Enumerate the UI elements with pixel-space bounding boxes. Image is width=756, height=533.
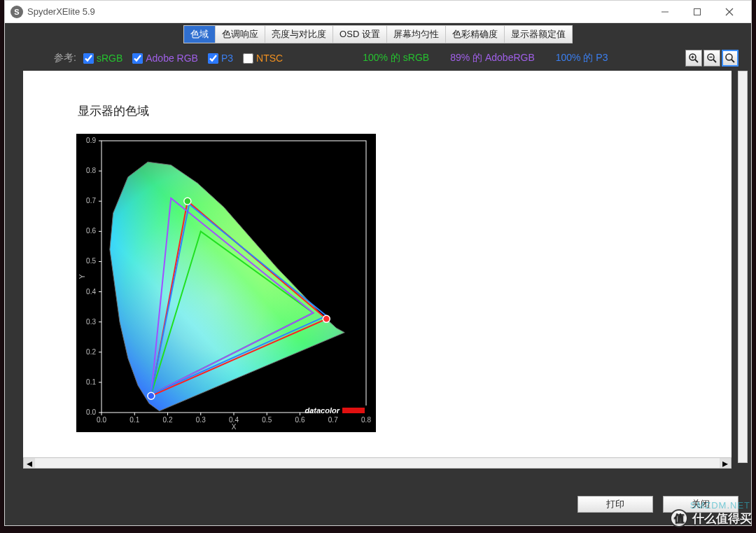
tab-label: 色调响应 bbox=[222, 29, 258, 39]
tab-label: 色彩精确度 bbox=[452, 29, 498, 39]
checkbox-adobergb-label: Adobe RGB bbox=[146, 53, 198, 64]
checkbox-ntsc[interactable]: NTSC bbox=[243, 53, 283, 64]
svg-text:0.7: 0.7 bbox=[86, 197, 96, 205]
tab-label: 屏幕均匀性 bbox=[393, 29, 439, 39]
checkbox-ntsc-input[interactable] bbox=[243, 53, 253, 64]
svg-point-54 bbox=[323, 315, 330, 322]
maximize-button[interactable] bbox=[681, 1, 713, 22]
svg-text:0.5: 0.5 bbox=[262, 416, 272, 424]
viewer-title: 显示器的色域 bbox=[78, 103, 149, 119]
svg-text:0.8: 0.8 bbox=[86, 167, 96, 174]
footer: 打印 关闭 bbox=[5, 483, 751, 525]
watermark: 值 什么值得买 bbox=[670, 509, 752, 527]
zoom-out-button[interactable] bbox=[704, 50, 720, 67]
app-window: S SpyderXElite 5.9 色域 色调响应 亮度与对比度 OSD 设置… bbox=[4, 0, 752, 526]
svg-line-5 bbox=[695, 60, 698, 62]
print-button[interactable]: 打印 bbox=[578, 496, 653, 513]
checkbox-p3-input[interactable] bbox=[208, 53, 218, 64]
svg-text:0.1: 0.1 bbox=[130, 416, 139, 424]
viewer-panel: 显示器的色域 0.00.10.20.30.40.50.60.70.80.00.1… bbox=[23, 71, 732, 463]
tab-row: 色域 色调响应 亮度与对比度 OSD 设置 屏幕均匀性 色彩精确度 显示器额定值 bbox=[5, 23, 751, 43]
checkbox-srgb[interactable]: sRGB bbox=[83, 53, 122, 64]
svg-text:datacolor: datacolor bbox=[304, 406, 340, 415]
svg-text:0.8: 0.8 bbox=[361, 416, 371, 424]
tab-label: 色域 bbox=[190, 29, 209, 39]
zoom-in-button[interactable] bbox=[685, 50, 702, 67]
svg-point-55 bbox=[184, 198, 191, 205]
svg-point-56 bbox=[148, 392, 155, 399]
tab-label: 亮度与对比度 bbox=[272, 29, 326, 39]
svg-text:0.5: 0.5 bbox=[86, 257, 96, 265]
svg-point-11 bbox=[726, 54, 732, 60]
svg-rect-1 bbox=[694, 8, 701, 15]
svg-text:0.2: 0.2 bbox=[86, 348, 96, 356]
checkbox-srgb-label: sRGB bbox=[97, 53, 122, 64]
checkbox-srgb-input[interactable] bbox=[83, 53, 94, 64]
checkbox-ntsc-label: NTSC bbox=[256, 53, 283, 64]
close-button[interactable] bbox=[713, 1, 746, 22]
svg-text:0.6: 0.6 bbox=[86, 227, 96, 235]
tab-uniformity[interactable]: 屏幕均匀性 bbox=[387, 26, 446, 43]
checkbox-adobergb-input[interactable] bbox=[132, 53, 143, 64]
tab-accuracy[interactable]: 色彩精确度 bbox=[446, 26, 505, 43]
tab-brightness[interactable]: 亮度与对比度 bbox=[265, 26, 333, 43]
gamut-chart: 0.00.10.20.30.40.50.60.70.80.00.10.20.30… bbox=[76, 134, 376, 432]
app-logo-icon: S bbox=[10, 6, 23, 18]
reference-label: 参考: bbox=[54, 52, 76, 64]
svg-line-9 bbox=[713, 60, 716, 62]
tabs: 色域 色调响应 亮度与对比度 OSD 设置 屏幕均匀性 色彩精确度 显示器额定值 bbox=[183, 25, 573, 43]
window-title: SpyderXElite 5.9 bbox=[27, 6, 95, 17]
coverage-adobe: 89% 的 AdobeRGB bbox=[450, 52, 535, 64]
svg-text:Y: Y bbox=[78, 274, 86, 279]
svg-text:X: X bbox=[232, 423, 237, 431]
tab-osd[interactable]: OSD 设置 bbox=[333, 26, 387, 43]
title-bar: S SpyderXElite 5.9 bbox=[5, 1, 751, 23]
tab-rating[interactable]: 显示器额定值 bbox=[505, 26, 572, 43]
scroll-right-icon[interactable]: ▸ bbox=[720, 458, 731, 468]
zoom-group bbox=[685, 50, 738, 67]
watermark-text: 什么值得买 bbox=[692, 511, 752, 527]
svg-text:0.2: 0.2 bbox=[163, 416, 173, 424]
svg-text:0.3: 0.3 bbox=[86, 318, 96, 326]
print-button-label: 打印 bbox=[606, 498, 624, 511]
svg-text:0.0: 0.0 bbox=[97, 416, 106, 424]
options-bar: 参考: sRGB Adobe RGB P3 NTSC 100% 的 sRGB 8… bbox=[5, 43, 751, 73]
svg-rect-59 bbox=[342, 408, 365, 413]
scroll-left-icon[interactable]: ◂ bbox=[24, 458, 35, 468]
tab-gamut[interactable]: 色域 bbox=[184, 26, 216, 43]
tab-tone[interactable]: 色调响应 bbox=[216, 26, 265, 43]
horizontal-scrollbar[interactable]: ◂ ▸ bbox=[23, 457, 732, 469]
checkbox-p3[interactable]: P3 bbox=[208, 53, 233, 64]
svg-text:0.6: 0.6 bbox=[295, 416, 305, 424]
minimize-button[interactable] bbox=[649, 1, 681, 22]
zoom-fit-button[interactable] bbox=[722, 50, 738, 67]
coverage-srgb: 100% 的 sRGB bbox=[363, 52, 429, 64]
tab-label: 显示器额定值 bbox=[511, 29, 566, 39]
coverage-readout: 100% 的 sRGB 89% 的 AdobeRGB 100% 的 P3 bbox=[363, 52, 608, 64]
svg-text:0.1: 0.1 bbox=[86, 378, 96, 386]
app-body: 色域 色调响应 亮度与对比度 OSD 设置 屏幕均匀性 色彩精确度 显示器额定值… bbox=[5, 23, 751, 525]
vertical-scrollbar[interactable] bbox=[738, 71, 748, 463]
checkbox-adobergb[interactable]: Adobe RGB bbox=[132, 53, 198, 64]
watermark-badge-icon: 值 bbox=[670, 509, 688, 527]
tab-label: OSD 设置 bbox=[340, 29, 380, 39]
svg-text:0.9: 0.9 bbox=[86, 137, 96, 144]
svg-text:0.7: 0.7 bbox=[328, 416, 338, 424]
svg-line-12 bbox=[732, 60, 734, 62]
svg-text:0.3: 0.3 bbox=[196, 416, 206, 424]
checkbox-p3-label: P3 bbox=[221, 53, 233, 64]
svg-text:0.4: 0.4 bbox=[86, 288, 96, 296]
coverage-p3: 100% 的 P3 bbox=[556, 52, 608, 64]
svg-text:0.0: 0.0 bbox=[86, 408, 96, 416]
